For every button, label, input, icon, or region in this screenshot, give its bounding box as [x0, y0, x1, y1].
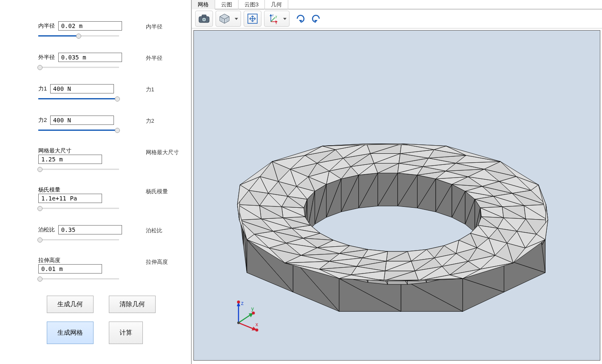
param-slider-inner_radius[interactable]	[38, 33, 119, 39]
axis-orient-dropdown[interactable]	[281, 12, 287, 25]
tabstrip: 网格云图云图3几何	[192, 0, 602, 9]
param-input-force1[interactable]	[50, 84, 114, 93]
sidebar: 内半径 内半径 外半径 外半径 力1	[0, 0, 191, 364]
svg-point-309	[237, 301, 240, 304]
tab-3[interactable]: 几何	[265, 0, 288, 9]
param-label: 杨氏模量	[38, 186, 60, 194]
axis-orientation-button[interactable]: z y x	[266, 12, 280, 25]
param-slider-force2[interactable]	[38, 127, 119, 133]
generate-mesh-button[interactable]: 生成网格	[47, 322, 94, 344]
viewer-toolbar: z y x	[192, 9, 602, 28]
param-caption: 力2	[146, 116, 187, 125]
svg-point-3	[203, 19, 205, 21]
param-input-outer_radius[interactable]	[58, 53, 122, 62]
axis-orient-icon: z y x	[267, 13, 278, 24]
svg-rect-1	[202, 15, 206, 17]
param-caption: 外半径	[146, 53, 187, 62]
param-label: 网格最大尺寸	[38, 147, 71, 155]
param-caption: 拉伸高度	[146, 257, 187, 266]
rotate-cw-button[interactable]	[294, 12, 307, 25]
param-label: 力1	[38, 85, 47, 93]
fit-view-button[interactable]	[246, 12, 259, 25]
svg-point-317	[252, 312, 255, 315]
param-caption: 力1	[146, 84, 187, 93]
rotate-cw-icon	[295, 13, 307, 25]
rotate-ccw-icon	[310, 13, 322, 25]
svg-text:z: z	[241, 300, 244, 306]
param-slider-force1[interactable]	[38, 96, 119, 102]
viewer-pane: 网格云图云图3几何	[191, 0, 602, 364]
param-label: 力2	[38, 116, 47, 124]
chevron-down-icon	[235, 18, 238, 20]
param-caption: 泊松比	[146, 225, 187, 234]
svg-line-13	[271, 17, 275, 22]
param-input-youngs[interactable]	[38, 194, 102, 203]
param-caption: 杨氏模量	[146, 186, 187, 195]
param-slider-mesh_max[interactable]	[38, 166, 119, 172]
tab-2[interactable]: 云图3	[239, 0, 265, 9]
svg-line-315	[239, 314, 251, 323]
param-slider-youngs[interactable]	[38, 206, 119, 212]
tab-0[interactable]: 网格	[192, 0, 215, 10]
camera-icon	[199, 14, 210, 23]
tab-1[interactable]: 云图	[215, 0, 239, 9]
param-input-inner_radius[interactable]	[58, 21, 122, 31]
compute-button[interactable]: 计算	[109, 322, 143, 344]
camera-button[interactable]	[197, 12, 211, 25]
view-cube-button[interactable]	[218, 12, 231, 25]
clear-geometry-button[interactable]: 清除几何	[109, 296, 156, 313]
axis-triad: z x y	[228, 299, 262, 335]
view-cube-dropdown[interactable]	[233, 12, 239, 25]
rotate-ccw-button[interactable]	[309, 12, 323, 25]
param-slider-outer_radius[interactable]	[38, 65, 119, 71]
svg-text:z: z	[272, 14, 274, 17]
param-caption: 内半径	[146, 21, 187, 31]
svg-text:y: y	[251, 306, 254, 312]
chevron-down-icon	[283, 18, 287, 20]
viewport[interactable]: z x y	[193, 30, 600, 361]
cube-icon	[219, 13, 230, 24]
svg-text:x: x	[256, 322, 258, 327]
param-caption: 网格最大尺寸	[146, 147, 187, 156]
param-input-force2[interactable]	[50, 116, 114, 125]
svg-point-319	[237, 322, 240, 324]
svg-line-311	[239, 323, 254, 329]
param-label: 拉伸高度	[38, 257, 60, 264]
param-label: 内半径	[38, 22, 55, 30]
param-slider-extrude[interactable]	[38, 276, 119, 282]
fit-icon	[247, 13, 258, 24]
param-slider-poisson[interactable]	[38, 237, 119, 243]
param-input-poisson[interactable]	[58, 225, 122, 234]
svg-text:x: x	[275, 22, 277, 24]
param-input-mesh_max[interactable]	[38, 155, 102, 164]
param-input-extrude[interactable]	[38, 264, 102, 274]
svg-text:y: y	[275, 15, 277, 18]
svg-point-313	[256, 329, 258, 332]
param-label: 泊松比	[38, 226, 55, 234]
generate-geometry-button[interactable]: 生成几何	[47, 296, 94, 313]
param-label: 外半径	[38, 54, 55, 61]
